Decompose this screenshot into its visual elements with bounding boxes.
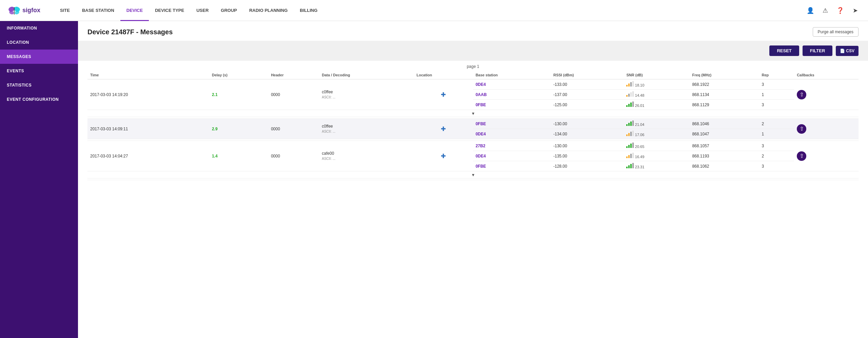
cell-rep: 3 <box>759 141 794 151</box>
upload-callback-icon[interactable]: ⇧ <box>797 124 806 134</box>
logo-text: sigfox <box>22 7 40 14</box>
cell-base-station[interactable]: 27B2 <box>473 141 551 151</box>
cell-base-station[interactable]: 0DE4 <box>473 151 551 161</box>
nav-icons: 👤 ⚠ ❓ ➤ <box>806 6 860 15</box>
nav-item-user[interactable]: USER <box>190 0 215 21</box>
main-content: Device 21487F - Messages Purge all messa… <box>78 21 868 338</box>
base-station-link[interactable]: 0DE4 <box>476 132 486 136</box>
filter-button[interactable]: FILTER <box>803 45 833 56</box>
nav-item-radio-planning[interactable]: RADIO PLANNING <box>243 0 294 21</box>
cell-snr: 20.65 <box>624 141 689 151</box>
sidebar-item-information[interactable]: INFORMATION <box>0 21 78 35</box>
cell-data: c0ffeeASCII: ... <box>319 119 414 139</box>
location-icon[interactable]: ✚ <box>441 126 446 132</box>
messages-table: Time Delay (s) Header Data / Decoding Lo… <box>87 71 859 180</box>
nav-item-device[interactable]: DEVICE <box>120 0 149 21</box>
cell-callbacks[interactable]: ⇧ <box>794 141 859 171</box>
cell-freq: 868.1057 <box>689 141 759 151</box>
cell-rep: 3 <box>759 161 794 171</box>
cell-rssi: -134.00 <box>551 129 624 139</box>
cell-snr: 18.10 <box>624 79 689 90</box>
table-header-row: Time Delay (s) Header Data / Decoding Lo… <box>87 71 859 79</box>
cell-rep: 2 <box>759 119 794 129</box>
location-icon[interactable]: ✚ <box>441 153 446 159</box>
cell-time: 2017-03-03 14:09:11 <box>87 119 209 139</box>
base-station-link[interactable]: 0FBE <box>476 121 486 126</box>
sidebar-item-messages[interactable]: MESSAGES <box>0 50 78 64</box>
cell-delay: 1.4 <box>209 141 268 171</box>
logo[interactable]: sigfox <box>8 4 40 17</box>
upload-callback-icon[interactable]: ⇧ <box>797 151 806 161</box>
cell-rep: 3 <box>759 100 794 110</box>
sidebar-item-location[interactable]: LOCATION <box>0 35 78 50</box>
base-station-link[interactable]: 0AAB <box>476 92 487 97</box>
base-station-link[interactable]: 0DE4 <box>476 154 486 158</box>
base-station-link[interactable]: 0FBE <box>476 102 486 107</box>
nav-links: SITE BASE STATION DEVICE DEVICE TYPE USE… <box>54 0 806 21</box>
expand-row[interactable]: ▾ <box>87 110 859 117</box>
cell-rssi: -130.00 <box>551 141 624 151</box>
cell-base-station[interactable]: 0FBE <box>473 161 551 171</box>
cell-base-station[interactable]: 0DE4 <box>473 129 551 139</box>
col-header: Header <box>268 71 319 79</box>
logout-icon[interactable]: ➤ <box>850 6 860 15</box>
cell-delay: 2.1 <box>209 79 268 110</box>
spacer-row <box>87 179 859 180</box>
help-icon[interactable]: ❓ <box>835 6 845 15</box>
top-nav: sigfox SITE BASE STATION DEVICE DEVICE T… <box>0 0 868 21</box>
cell-freq: 868.1922 <box>689 79 759 90</box>
sidebar-item-events[interactable]: EVENTS <box>0 64 78 78</box>
nav-item-group[interactable]: GROUP <box>215 0 243 21</box>
cell-base-station[interactable]: 0FBE <box>473 119 551 129</box>
purge-all-messages-button[interactable]: Purge all messages <box>813 27 859 37</box>
cell-base-station[interactable]: 0FBE <box>473 100 551 110</box>
table-row: 2017-03-03 14:04:271.40000cafe00ASCII: .… <box>87 141 859 151</box>
nav-item-device-type[interactable]: DEVICE TYPE <box>149 0 190 21</box>
cell-location[interactable]: ✚ <box>414 79 473 110</box>
logo-butterfly-icon <box>8 4 20 17</box>
cell-freq: 868.1193 <box>689 151 759 161</box>
cell-rssi: -137.00 <box>551 90 624 100</box>
csv-button[interactable]: 📄 CSV <box>836 46 859 56</box>
base-station-link[interactable]: 27B2 <box>476 144 486 148</box>
messages-table-section: page 1 Time Delay (s) Header Data / Deco… <box>78 61 868 180</box>
cell-rep: 1 <box>759 90 794 100</box>
sidebar-item-event-configuration[interactable]: EVENT CONFIGURATION <box>0 92 78 107</box>
cell-location[interactable]: ✚ <box>414 119 473 139</box>
cell-callbacks[interactable]: ⇧ <box>794 79 859 110</box>
expand-chevron-icon[interactable]: ▾ <box>87 171 859 179</box>
upload-callback-icon[interactable]: ⇧ <box>797 90 806 99</box>
cell-base-station[interactable]: 0DE4 <box>473 79 551 90</box>
table-row: 2017-03-03 14:09:112.90000c0ffeeASCII: .… <box>87 119 859 129</box>
signal-bars-icon <box>626 153 634 158</box>
cell-callbacks[interactable]: ⇧ <box>794 119 859 139</box>
expand-row[interactable]: ▾ <box>87 171 859 179</box>
col-location: Location <box>414 71 473 79</box>
sidebar-item-statistics[interactable]: STATISTICS <box>0 78 78 92</box>
cell-rssi: -130.00 <box>551 119 624 129</box>
cell-delay: 2.9 <box>209 119 268 139</box>
cell-freq: 868.1129 <box>689 100 759 110</box>
cell-snr: 21.04 <box>624 119 689 129</box>
cell-rep: 3 <box>759 79 794 90</box>
cell-data: cafe00ASCII: ... <box>319 141 414 171</box>
base-station-link[interactable]: 0DE4 <box>476 82 486 87</box>
col-delay: Delay (s) <box>209 71 268 79</box>
nav-item-base-station[interactable]: BASE STATION <box>76 0 120 21</box>
cell-snr: 14.48 <box>624 90 689 100</box>
nav-item-billing[interactable]: BILLING <box>294 0 323 21</box>
alert-icon[interactable]: ⚠ <box>821 6 830 15</box>
table-row: 2017-03-03 14:19:202.10000c0ffeeASCII: .… <box>87 79 859 90</box>
nav-item-site[interactable]: SITE <box>54 0 76 21</box>
col-base-station: Base station <box>473 71 551 79</box>
base-station-link[interactable]: 0FBE <box>476 164 486 169</box>
cell-base-station[interactable]: 0AAB <box>473 90 551 100</box>
cell-header: 0000 <box>268 79 319 110</box>
cell-rssi: -133.00 <box>551 79 624 90</box>
location-icon[interactable]: ✚ <box>441 91 446 98</box>
expand-chevron-icon[interactable]: ▾ <box>87 110 859 117</box>
user-icon[interactable]: 👤 <box>806 6 815 15</box>
reset-button[interactable]: RESET <box>769 45 799 56</box>
cell-location[interactable]: ✚ <box>414 141 473 171</box>
cell-rssi: -135.00 <box>551 151 624 161</box>
